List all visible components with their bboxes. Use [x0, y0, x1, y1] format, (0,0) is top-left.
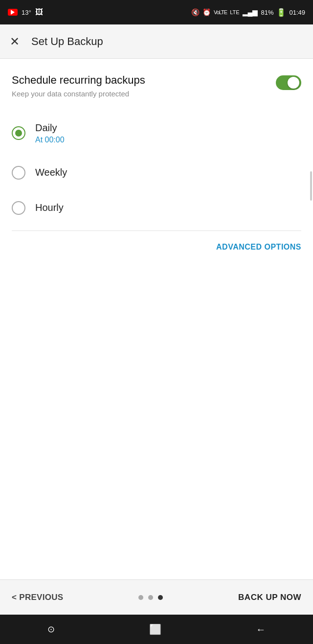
dot-3-active [158, 595, 163, 600]
toggle-slider [276, 75, 301, 90]
battery-icon: 🔋 [276, 8, 286, 17]
content-area: Schedule recurring backups Keep your dat… [0, 59, 313, 615]
recent-apps-icon[interactable]: ⬜ [149, 623, 161, 635]
dot-1 [138, 595, 143, 600]
weekly-option[interactable]: Weekly [12, 155, 301, 190]
backup-now-button[interactable]: BACK UP NOW [238, 593, 301, 602]
progress-dots [138, 595, 163, 600]
status-bar-right: 🔇 ⏰ VoLTE LTE ▂▄▆ 81% 🔋 01:49 [191, 8, 305, 17]
system-nav: ⊙ ⬜ ← [0, 615, 313, 644]
weekly-label-group: Weekly [35, 167, 67, 178]
toggle-container[interactable] [276, 75, 301, 90]
main-content: Schedule recurring backups Keep your dat… [0, 59, 313, 615]
daily-sublabel: At 00:00 [35, 136, 65, 144]
youtube-icon [8, 9, 18, 16]
image-icon: 🖼 [35, 8, 43, 17]
menu-icon[interactable]: ⊙ [47, 624, 55, 635]
schedule-title: Schedule recurring backups [12, 73, 276, 88]
daily-radio-circle [12, 126, 25, 140]
temperature: 13° [22, 9, 31, 16]
hourly-radio-circle [12, 201, 25, 215]
weekly-radio-circle [12, 166, 25, 180]
recurring-backup-toggle[interactable] [276, 75, 301, 90]
hourly-label-group: Hourly [35, 202, 64, 213]
daily-label: Daily [35, 122, 65, 134]
daily-option[interactable]: Daily At 00:00 [12, 112, 301, 155]
previous-button[interactable]: < PREVIOUS [12, 593, 64, 602]
close-button[interactable]: ✕ [10, 36, 20, 47]
scrollbar [310, 171, 312, 201]
schedule-section: Schedule recurring backups Keep your dat… [12, 73, 301, 98]
clock: 01:49 [289, 9, 305, 16]
hourly-option[interactable]: Hourly [12, 190, 301, 226]
battery-level: 81% [261, 9, 273, 16]
header: ✕ Set Up Backup [0, 24, 313, 59]
lte-icon: LTE [230, 9, 239, 15]
advanced-options-link[interactable]: ADVANCED OPTIONS [216, 243, 301, 251]
schedule-subtitle: Keep your data constantly protected [12, 90, 276, 98]
options-section: Daily At 00:00 Weekly Hourly [12, 112, 301, 226]
page-title: Set Up Backup [31, 35, 103, 48]
schedule-title-group: Schedule recurring backups Keep your dat… [12, 73, 276, 98]
weekly-label: Weekly [35, 167, 67, 178]
daily-label-group: Daily At 00:00 [35, 122, 65, 144]
back-icon[interactable]: ← [256, 624, 266, 635]
mute-icon: 🔇 [191, 8, 200, 16]
alarm-icon: ⏰ [202, 8, 211, 16]
hourly-label: Hourly [35, 202, 64, 213]
volte-icon: VoLTE [214, 9, 227, 15]
dot-2 [148, 595, 153, 600]
signal-bars: ▂▄▆ [243, 8, 258, 16]
status-bar: 13° 🖼 🔇 ⏰ VoLTE LTE ▂▄▆ 81% 🔋 01:49 [0, 0, 313, 24]
bottom-nav: < PREVIOUS BACK UP NOW [0, 579, 313, 615]
advanced-options-section[interactable]: ADVANCED OPTIONS [12, 231, 301, 263]
status-bar-left: 13° 🖼 [8, 8, 43, 17]
